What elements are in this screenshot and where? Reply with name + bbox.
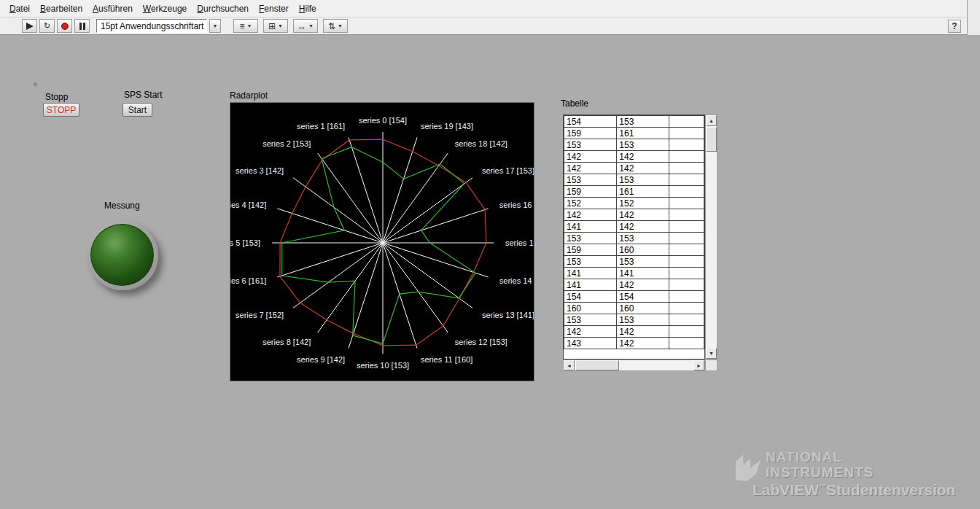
run-arrow-icon: [26, 23, 34, 30]
radar-series-label: series 17 [153]: [482, 166, 534, 175]
menu-item-bearbeiten[interactable]: Bearbeiten: [35, 1, 88, 17]
table-cell[interactable]: 143: [564, 338, 617, 349]
table-cell[interactable]: [669, 151, 704, 163]
table-cell[interactable]: 141: [617, 268, 669, 279]
table-cell[interactable]: [669, 256, 704, 268]
radar-series-label: series 8 [142]: [262, 338, 311, 346]
abort-button[interactable]: [57, 19, 72, 33]
radar-series-label: series 19 [143]: [421, 122, 473, 131]
menu-item-fenster[interactable]: Fenster: [254, 1, 294, 17]
table-cell[interactable]: [669, 221, 704, 233]
resize-objects-dropdown[interactable]: ↔ ▼: [293, 19, 318, 33]
table-cell[interactable]: 161: [617, 128, 669, 139]
table-cell[interactable]: [669, 186, 704, 198]
table-cell[interactable]: [669, 233, 704, 244]
table-cell[interactable]: 160: [564, 303, 617, 314]
menu-item-werkzeuge[interactable]: Werkzeuge: [138, 1, 192, 17]
table-cell[interactable]: 153: [564, 233, 617, 244]
table-row: 141142: [564, 279, 704, 291]
table-cell[interactable]: 142: [617, 326, 669, 338]
table-cell[interactable]: 154: [564, 116, 617, 128]
table-cell[interactable]: 161: [617, 186, 669, 198]
table-cell[interactable]: [669, 338, 704, 349]
radar-series-label: series 11 [160]: [421, 355, 472, 364]
window-scrollbar-stub: [967, 0, 980, 35]
run-continuous-button[interactable]: ↻: [39, 19, 55, 33]
table-cell[interactable]: 153: [617, 256, 669, 268]
table-cell[interactable]: [669, 279, 704, 291]
table-cell[interactable]: [669, 116, 704, 128]
ni-company-name-line2: INSTRUMENTS: [766, 465, 874, 481]
reorder-objects-dropdown[interactable]: ⇅ ▼: [323, 19, 348, 33]
radar-series-label: series 5 [153]: [230, 238, 260, 247]
table-cell[interactable]: 159: [564, 186, 617, 198]
table-cell[interactable]: 142: [564, 209, 617, 221]
table-cell[interactable]: [669, 326, 704, 338]
scroll-down-button[interactable]: ▼: [706, 348, 717, 359]
radar-series-label: series 2 [153]: [262, 139, 311, 148]
table-cell[interactable]: 142: [617, 221, 669, 233]
table-cell[interactable]: [669, 291, 704, 303]
table-cell[interactable]: 153: [564, 256, 617, 268]
table-cell[interactable]: [669, 174, 704, 186]
pause-button[interactable]: [74, 19, 90, 33]
help-button[interactable]: ?: [948, 20, 961, 33]
table-cell[interactable]: 153: [617, 314, 669, 326]
menu-item-durchsuchen[interactable]: Durchsuchen: [192, 1, 254, 17]
table-cell[interactable]: [669, 314, 704, 326]
table-cell[interactable]: [669, 268, 704, 279]
table-cell[interactable]: 142: [617, 151, 669, 163]
table-cell[interactable]: 142: [617, 209, 669, 221]
table-vertical-scrollbar[interactable]: ▲ ▼: [705, 114, 718, 360]
table-cell[interactable]: [669, 244, 704, 256]
table-cell[interactable]: 141: [564, 279, 617, 291]
table-cell[interactable]: 142: [617, 338, 669, 349]
labview-edition-text: LabVIEW™Studentenversion: [752, 481, 955, 499]
table-cell[interactable]: 142: [617, 279, 669, 291]
table-cell[interactable]: [669, 198, 704, 209]
vertical-scroll-thumb[interactable]: [706, 127, 717, 152]
table-cell[interactable]: 154: [617, 291, 669, 303]
sps-start-button[interactable]: Start: [122, 103, 152, 117]
table-cell[interactable]: 160: [617, 303, 669, 314]
table-cell[interactable]: 153: [617, 139, 669, 151]
align-objects-dropdown[interactable]: ≡ ▼: [233, 19, 258, 33]
menu-item-ausfhren[interactable]: Ausführen: [88, 1, 138, 17]
table-cell[interactable]: 160: [617, 244, 669, 256]
table-cell[interactable]: [669, 128, 704, 139]
table-cell[interactable]: 153: [564, 174, 617, 186]
horizontal-scroll-thumb[interactable]: [575, 360, 619, 370]
table-cell[interactable]: 159: [564, 244, 617, 256]
stopp-button[interactable]: STOPP: [43, 103, 79, 117]
menu-item-hilfe[interactable]: Hilfe: [294, 1, 322, 17]
table-cell[interactable]: [669, 139, 704, 151]
table-cell[interactable]: 141: [564, 221, 617, 233]
table-cell[interactable]: 153: [564, 139, 617, 151]
table-cell[interactable]: 153: [617, 174, 669, 186]
table-cell[interactable]: 142: [564, 163, 617, 174]
table-cell[interactable]: 153: [617, 116, 669, 128]
scroll-right-button[interactable]: ►: [693, 360, 704, 370]
table-cell[interactable]: 142: [564, 151, 617, 163]
table-cell[interactable]: [669, 303, 704, 314]
table-cell[interactable]: 153: [564, 314, 617, 326]
distribute-objects-dropdown[interactable]: ⊞ ▼: [263, 19, 288, 33]
table-cell[interactable]: 152: [617, 198, 669, 209]
table-cell[interactable]: 142: [564, 326, 617, 338]
table-cell[interactable]: 154: [564, 291, 617, 303]
table-cell[interactable]: [669, 209, 704, 221]
scroll-up-button[interactable]: ▲: [706, 115, 717, 126]
table-cell[interactable]: 152: [564, 198, 617, 209]
menu-item-datei[interactable]: Datei: [4, 1, 35, 17]
table-cell[interactable]: 159: [564, 128, 617, 139]
table-cell[interactable]: 142: [617, 163, 669, 174]
table-cell[interactable]: 153: [617, 233, 669, 244]
table-horizontal-scrollbar[interactable]: ◄ ►: [563, 360, 705, 371]
scroll-left-button[interactable]: ◄: [564, 360, 575, 370]
run-button[interactable]: [22, 19, 37, 33]
font-selector[interactable]: 15pt Anwendungsschriftart: [96, 19, 207, 33]
table-body: 1541531591611531531421421421421531531591…: [564, 116, 704, 349]
font-selector-arrow[interactable]: ▼: [209, 19, 221, 33]
table-cell[interactable]: [669, 163, 704, 174]
table-cell[interactable]: 141: [564, 268, 617, 279]
